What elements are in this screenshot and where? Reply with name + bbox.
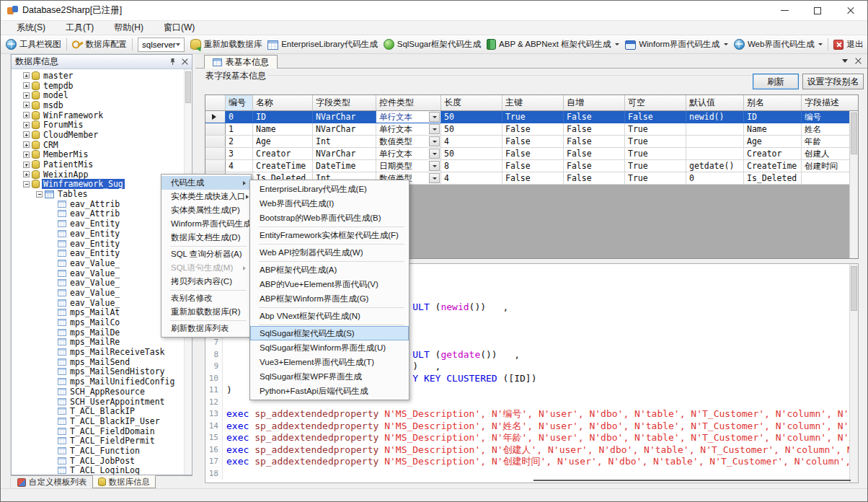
row-selector[interactable] [205,111,226,123]
expand-icon[interactable] [23,102,30,108]
context-menu-item-3[interactable]: Winform界面代码生成(W) [161,217,251,231]
panel-close-icon[interactable] [182,58,188,65]
toolbar-button-7[interactable]: Winform界面代码生成 [622,37,731,53]
expand-icon[interactable] [23,141,30,148]
context-menu-item-11[interactable]: 重新加载数据库(R) [161,305,251,319]
toolbar-button-4[interactable]: EnterpriseLibrary代码生成 [265,37,381,53]
cell-dropdown-button[interactable] [429,149,440,159]
cell-dropdown-button[interactable] [429,112,440,122]
column-header-5[interactable]: 主键 [502,95,564,110]
toolbar-button-0[interactable]: 工具栏视图 [3,37,64,53]
menubar-item-0[interactable]: 系统(S) [6,21,56,35]
grid-cell[interactable]: False [502,123,564,135]
grid-cell[interactable]: NVarChar [313,148,376,159]
sub-menu-item-17[interactable]: SqlSugar框架WPF界面生成 [250,369,409,384]
tree-node-database[interactable]: master [12,71,192,81]
grid-cell[interactable]: True [502,111,564,123]
column-header-10[interactable]: 字段描述 [802,95,859,110]
toolbar-button-9[interactable]: 退出 [831,37,866,53]
grid-cell[interactable]: NVarChar [313,111,376,123]
row-selector[interactable] [205,160,226,172]
grid-cell[interactable]: 单行文本 [376,111,441,123]
grid-scrollbar[interactable] [849,111,858,258]
column-header-0[interactable]: 编号 [226,95,253,110]
grid-cell[interactable]: 50 [441,148,502,159]
context-menu-item-13[interactable]: 刷新数据库列表 [161,322,251,335]
expand-icon[interactable] [23,82,30,89]
sub-menu-item-2[interactable]: Bootstrap的Web界面代码生成(B) [250,211,409,225]
sub-menu-item-10[interactable]: ABP框架Winform界面生成(G) [250,291,409,306]
grid-cell[interactable]: False [502,172,564,184]
expand-icon[interactable] [23,112,30,118]
grid-cell[interactable]: True [625,172,686,184]
expand-icon[interactable] [23,92,30,99]
grid-row-0[interactable]: 0IDNVarChar单行文本50TrueFalseFalsenewid()ID… [205,111,858,123]
expand-icon[interactable] [23,151,30,158]
grid-cell[interactable]: CreateTime [744,160,802,172]
tree-node-database[interactable]: PatientMis [12,159,192,169]
tree-node-table[interactable]: T_ACL_Function [12,446,192,456]
expand-icon[interactable] [23,131,30,138]
sub-menu-item-15[interactable]: SqlSugar框架Winform界面生成(U) [250,340,409,355]
context-menu-item-2[interactable]: 实体类属性生成(P) [161,203,251,217]
sub-menu-item-14[interactable]: SqlSugar框架代码生成(S) [250,326,409,340]
cell-dropdown-button[interactable] [429,173,440,183]
grid-cell[interactable] [686,148,744,159]
sub-menu-item-4[interactable]: EntityFramework实体框架代码生成(F) [250,228,409,242]
grid-cell[interactable]: Int [313,136,376,147]
grid-cell[interactable]: 4 [226,160,253,172]
grid-cell[interactable]: False [564,136,625,147]
context-menu-item-8[interactable]: 拷贝列表内容(C) [161,275,251,289]
tree-node-database[interactable]: CloudMember [12,130,192,140]
grid-cell[interactable]: Name [253,123,313,135]
set-field-alias-button[interactable]: 设置字段别名 [802,74,864,89]
grid-cell[interactable]: True [625,160,686,172]
grid-cell[interactable]: False [564,172,625,184]
pin-icon[interactable] [169,58,177,66]
grid-cell[interactable]: ID [253,111,313,123]
grid-cell[interactable]: Age [744,136,802,147]
tree-node-table[interactable]: T_ACL_JobPost [12,456,192,466]
tree-node-table[interactable]: T_ACL_BlackIP [12,406,192,416]
tree-node-database[interactable]: CRM [12,140,192,150]
grid-cell[interactable]: 0 [226,111,253,123]
menubar-item-1[interactable]: 工具(T) [56,21,104,35]
column-header-7[interactable]: 可空 [625,95,686,110]
column-header-2[interactable]: 字段类型 [313,95,376,110]
tree-node-table[interactable]: T_ACL_FieldPermit [12,436,192,446]
grid-cell[interactable]: False [502,148,564,159]
grid-cell[interactable]: False [564,160,625,172]
close-document-icon[interactable] [855,58,862,64]
row-selector[interactable] [205,136,226,147]
sub-menu-item-9[interactable]: ABP的Vue+Element界面代码(V) [250,277,409,291]
sub-menu-item-16[interactable]: Vue3+Element界面代码生成(T) [250,355,409,369]
toolbar-button-3[interactable]: 重新加载数据库 [187,37,265,53]
grid-cell[interactable]: 单行文本 [376,148,441,159]
column-header-1[interactable]: 名称 [253,95,313,110]
grid-cell[interactable]: 50 [441,111,502,123]
context-menu-item-10[interactable]: 表别名修改 [161,291,251,305]
grid-cell[interactable]: Creator [253,148,313,159]
grid-cell[interactable]: False [502,136,564,147]
panel-tab-1[interactable]: 数据库信息 [92,475,156,488]
toolbar-button-8[interactable]: Web界面代码生成 [731,37,825,53]
tree-node-database[interactable]: model [12,90,192,100]
toolbar-button-6[interactable]: ABP & ABPNext 框架代码生成 [484,37,622,53]
grid-cell[interactable]: Age [253,136,313,147]
code-scrollbar-thumb[interactable] [851,266,857,311]
tree-node-database[interactable]: tempdb [12,81,192,91]
grid-cell[interactable]: CreateTime [253,160,313,172]
row-selector[interactable] [205,123,226,135]
grid-cell[interactable]: NVarChar [313,123,376,135]
code-scrollbar[interactable] [849,264,858,483]
grid-row-3[interactable]: 3CreatorNVarChar单行文本50FalseFalseTrueCrea… [205,148,858,160]
collapse-icon[interactable] [23,181,30,188]
refresh-button[interactable]: 刷新 [753,74,799,89]
toolbar-button-5[interactable]: SqlSugar框架代码生成 [381,37,484,53]
grid-cell[interactable]: 4 [441,172,502,184]
grid-cell[interactable]: True [625,136,686,147]
column-header-4[interactable]: 长度 [441,95,502,110]
grid-cell[interactable] [686,136,744,147]
sub-menu-item-6[interactable]: Web API控制器代码生成(W) [250,245,409,260]
tree-node-database[interactable]: ForumMis [12,120,192,130]
